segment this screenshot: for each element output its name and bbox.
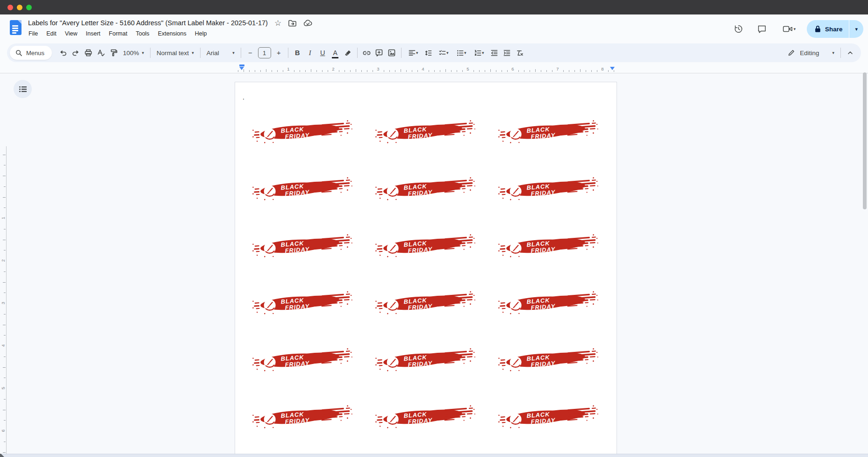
highlight-color-button[interactable]	[342, 47, 354, 59]
vertical-ruler[interactable]: 123456	[0, 146, 7, 454]
menu-help[interactable]: Help	[191, 29, 211, 38]
share-dropdown-caret[interactable]: ▾	[849, 26, 863, 32]
black-friday-label[interactable]	[498, 348, 598, 372]
star-icon[interactable]: ☆	[274, 18, 281, 28]
hide-menus-button[interactable]	[844, 47, 856, 59]
cloud-saved-icon[interactable]	[303, 19, 313, 28]
align-button[interactable]: ▾	[404, 47, 422, 59]
ruler-tick	[496, 70, 496, 72]
vertical-scrollbar-thumb[interactable]	[863, 72, 867, 209]
font-family-select[interactable]: Arial▾	[203, 47, 238, 59]
ruler-tick	[384, 70, 384, 72]
increase-indent-button[interactable]	[501, 47, 513, 59]
ruler-tick	[535, 69, 536, 72]
ruler-tick	[586, 70, 586, 72]
bold-button[interactable]: B	[291, 47, 304, 59]
decrease-indent-button[interactable]	[488, 47, 501, 59]
text-color-button[interactable]: A	[329, 47, 342, 59]
horizontal-ruler[interactable]: 12345678	[0, 64, 868, 73]
black-friday-label[interactable]	[375, 234, 475, 258]
comments-button[interactable]	[753, 20, 771, 38]
ruler-tick	[4, 399, 6, 400]
numbered-list-button[interactable]: ▾	[470, 47, 488, 59]
black-friday-label[interactable]	[252, 348, 352, 372]
black-friday-label[interactable]	[375, 291, 475, 315]
toolbar-strip: Menus	[0, 43, 868, 64]
underline-button[interactable]: U	[316, 47, 329, 59]
ruler-tick	[3, 325, 6, 325]
ruler-tick	[445, 69, 446, 72]
italic-button[interactable]: I	[304, 47, 316, 59]
clear-formatting-button[interactable]	[513, 47, 526, 59]
ruler-tick	[614, 70, 614, 72]
paragraph-style-select[interactable]: Normal text▾	[153, 47, 197, 59]
ruler-tick	[277, 70, 278, 72]
search-menus-button[interactable]: Menus	[10, 46, 52, 60]
black-friday-label[interactable]	[375, 177, 475, 201]
insert-link-button[interactable]	[360, 47, 373, 59]
menu-edit[interactable]: Edit	[42, 29, 61, 38]
ruler-tick	[300, 70, 300, 72]
share-button[interactable]: Share ▾	[807, 20, 863, 38]
right-indent-marker[interactable]	[610, 67, 615, 70]
menu-insert[interactable]: Insert	[82, 29, 105, 38]
menu-extensions[interactable]: Extensions	[154, 29, 191, 38]
document-page[interactable]: .	[235, 82, 617, 454]
ruler-inch-number: 5	[466, 66, 469, 71]
bulleted-list-button[interactable]: ▾	[452, 47, 470, 59]
black-friday-label[interactable]	[375, 120, 475, 144]
insert-image-button[interactable]	[386, 47, 398, 59]
paragraph-text[interactable]: .	[243, 93, 244, 101]
meet-dropdown-caret[interactable]: ▾	[794, 27, 796, 31]
black-friday-label[interactable]	[498, 234, 598, 258]
ruler-tick	[502, 70, 502, 72]
document-tabs-button[interactable]	[14, 80, 32, 98]
increase-font-size-button[interactable]: +	[273, 47, 285, 59]
meet-presentation-button[interactable]: ▾	[776, 20, 802, 38]
print-button[interactable]	[82, 47, 94, 59]
version-history-button[interactable]	[729, 20, 748, 38]
ruler-tick	[373, 70, 373, 72]
ruler-tick	[429, 70, 429, 72]
black-friday-label[interactable]	[252, 120, 352, 144]
menu-format[interactable]: Format	[105, 29, 132, 38]
menu-tools[interactable]: Tools	[131, 29, 153, 38]
black-friday-label[interactable]	[375, 405, 475, 429]
redo-button[interactable]	[69, 47, 82, 59]
black-friday-label[interactable]	[498, 405, 598, 429]
ruler-tick	[272, 70, 272, 72]
decrease-font-size-button[interactable]: −	[244, 47, 257, 59]
ruler-tick	[4, 314, 6, 314]
add-comment-button[interactable]	[373, 47, 386, 59]
black-friday-label[interactable]	[498, 177, 598, 201]
black-friday-label[interactable]	[252, 405, 352, 429]
ruler-tick	[249, 70, 250, 72]
black-friday-label[interactable]	[252, 234, 352, 258]
spell-check-button[interactable]	[94, 47, 107, 59]
close-window-button[interactable]	[7, 5, 13, 10]
left-indent-marker[interactable]	[239, 64, 244, 70]
zoom-window-button[interactable]	[26, 5, 32, 10]
font-size-input[interactable]: 1	[258, 47, 271, 58]
zoom-select[interactable]: 100%▾	[120, 47, 147, 59]
undo-button[interactable]	[57, 47, 69, 59]
minimize-window-button[interactable]	[17, 5, 22, 10]
black-friday-label[interactable]	[252, 291, 352, 315]
menu-file[interactable]: File	[24, 29, 42, 38]
menu-view[interactable]: View	[61, 29, 82, 38]
checklist-button[interactable]: ▾	[435, 47, 452, 59]
ruler-inch-number: 4	[422, 66, 424, 71]
document-title[interactable]: Labels for "Avery Letter Size - 5160 Add…	[28, 19, 268, 27]
ruler-inch-number: 2	[332, 66, 334, 71]
horizontal-scrollbar-track[interactable]	[0, 454, 868, 457]
paint-format-button[interactable]	[107, 47, 120, 59]
google-docs-icon[interactable]	[10, 20, 22, 35]
editing-mode-select[interactable]: Editing ▾	[784, 47, 838, 59]
line-spacing-button[interactable]	[422, 47, 435, 59]
black-friday-label[interactable]	[252, 177, 352, 201]
ruler-tick	[406, 70, 407, 72]
black-friday-label[interactable]	[498, 291, 598, 315]
black-friday-label[interactable]	[498, 120, 598, 144]
black-friday-label[interactable]	[375, 348, 475, 372]
move-to-folder-icon[interactable]	[288, 19, 297, 28]
